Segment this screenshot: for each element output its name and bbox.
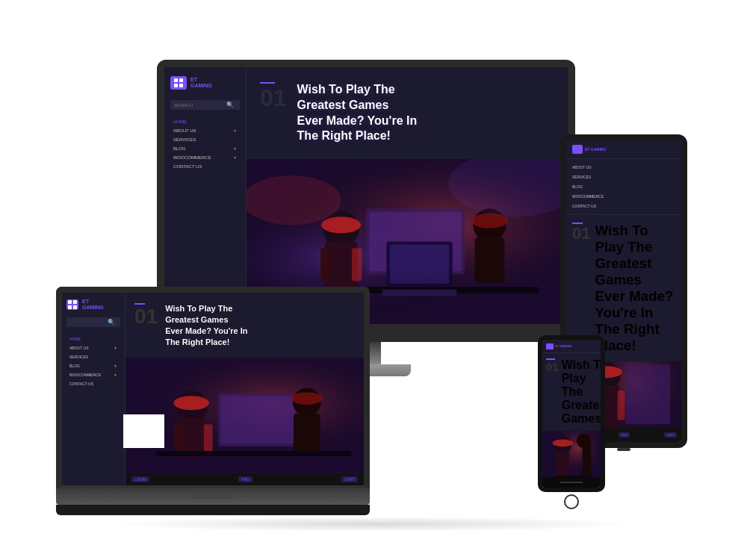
nav-blog[interactable]: BLOG ▼	[170, 144, 240, 153]
laptop-hero-text: Wish To Play The Greatest Games Ever Mad…	[165, 303, 247, 347]
laptop-base	[56, 488, 370, 505]
tablet-pro-btn[interactable]: PRO	[619, 432, 630, 438]
search-icon: 🔍	[226, 102, 234, 108]
monitor-search-input[interactable]	[174, 103, 226, 108]
svg-point-22	[247, 175, 341, 225]
logo-gaming: GAMING	[190, 83, 212, 88]
svg-rect-47	[625, 364, 670, 423]
nav-about[interactable]: ABOUT US ▼	[170, 126, 240, 135]
svg-rect-3	[179, 84, 183, 87]
phone-logo-icon	[546, 343, 554, 349]
phone-slide-line	[546, 358, 555, 360]
monitor-sidebar: ET GAMING 🔍 HOME ABOUT US ▼	[164, 67, 247, 324]
phone-home-indicator	[560, 482, 583, 483]
svg-rect-10	[320, 248, 330, 281]
svg-rect-39	[156, 451, 352, 456]
laptop-logo: ET GAMING	[66, 299, 120, 311]
login-button[interactable]: LOGIN	[131, 476, 149, 482]
nav-woocommerce[interactable]: WOOCOMMERCE ▼	[170, 153, 240, 162]
logo-et: ET	[190, 77, 197, 82]
phone-slide-number: 01	[546, 358, 559, 373]
tablet-nav-about[interactable]: ABOUT US	[572, 164, 675, 171]
monitor-slide-number: 01	[260, 82, 287, 110]
logo-icon	[170, 76, 187, 90]
chevron-down-icon-blog: ▼	[233, 146, 237, 151]
phone-logo-text: ET GAMING	[555, 344, 572, 348]
laptop-nav-home[interactable]: HOME	[66, 335, 120, 343]
white-decorative-square	[123, 414, 164, 448]
laptop-search-input[interactable]	[70, 320, 108, 324]
tablet-cart-btn[interactable]: CART	[664, 432, 677, 438]
svg-rect-35	[220, 396, 295, 444]
chevron-down-icon-woo: ▼	[233, 155, 237, 160]
cart-button[interactable]: CART	[341, 476, 358, 482]
phone-device: ET GAMING 01 Wish To Play The Greatest G…	[538, 335, 605, 511]
svg-rect-54	[583, 443, 592, 477]
laptop-logo-icon	[66, 299, 78, 310]
phone-headline: Wish To Play The Greatest Games	[562, 358, 605, 426]
laptop-logo-text: ET GAMING	[82, 299, 104, 311]
laptop-footer: LOGIN PRO CART	[125, 473, 364, 485]
svg-rect-32	[173, 425, 182, 452]
nav-home[interactable]: HOME	[170, 117, 240, 126]
tablet-nav: ABOUT US SERVICES BLOG WOOCOMMERCE CONTA…	[566, 159, 681, 215]
shadow	[112, 517, 635, 532]
laptop-slide-number: 01	[134, 303, 158, 327]
svg-rect-38	[294, 414, 320, 454]
laptop-nav-woo[interactable]: WOOCOMMERCE ▼	[66, 370, 120, 379]
nav-services[interactable]: SERVICES	[170, 135, 240, 144]
phone-hero: 01 Wish To Play The Greatest Games	[542, 353, 601, 431]
svg-rect-11	[352, 248, 362, 281]
svg-rect-2	[174, 84, 178, 87]
tablet-home-button[interactable]	[617, 448, 630, 451]
logo-text: ET GAMING	[190, 77, 212, 90]
svg-rect-1	[179, 78, 183, 82]
svg-rect-19	[390, 245, 449, 284]
svg-rect-16	[475, 237, 505, 283]
tablet-hero-text: Wish To Play The Greatest Games Ever Mad…	[595, 223, 675, 354]
phone-home-button[interactable]	[564, 494, 579, 509]
slide-number-line	[260, 82, 275, 84]
laptop-hinge	[190, 494, 235, 499]
svg-point-37	[291, 393, 323, 405]
tablet-nav-woo[interactable]: WOOCOMMERCE	[572, 193, 675, 200]
tablet-nav-contact[interactable]: CONTACT US	[572, 202, 675, 210]
svg-rect-33	[204, 425, 213, 452]
phone-gaming-photo	[542, 431, 601, 477]
tablet-nav-blog[interactable]: BLOG	[572, 183, 675, 190]
laptop-nav-blog[interactable]: BLOG ▼	[66, 361, 120, 370]
laptop-sidebar: ET GAMING 🔍 HOME ABOUT US ▼ SERVICES BLO…	[62, 293, 125, 485]
laptop-screen: ET GAMING 🔍 HOME ABOUT US ▼ SERVICES BLO…	[56, 287, 370, 488]
monitor-headline: Wish To Play The Greatest Games Ever Mad…	[297, 82, 418, 144]
svg-rect-46	[618, 391, 625, 420]
tablet-logo: ET GAMING	[572, 145, 606, 154]
monitor-search-bar[interactable]: 🔍	[170, 100, 240, 110]
tablet-nav-services[interactable]: SERVICES	[572, 173, 675, 181]
svg-rect-24	[73, 300, 77, 304]
tablet-slide-number: 01	[572, 223, 590, 242]
laptop-search[interactable]: 🔍	[66, 317, 120, 327]
laptop-main: 01 Wish To Play The Greatest Games Ever …	[125, 293, 364, 485]
phone-screen: ET GAMING 01 Wish To Play The Greatest G…	[538, 335, 605, 492]
svg-point-55	[577, 434, 592, 449]
laptop-nav-about[interactable]: ABOUT US ▼	[66, 343, 120, 352]
svg-rect-53	[557, 452, 570, 477]
monitor-logo: ET GAMING	[170, 76, 240, 90]
chevron-down-icon: ▼	[233, 128, 237, 133]
laptop-nav-services[interactable]: SERVICES	[66, 352, 120, 361]
phone-header: ET GAMING	[542, 340, 601, 353]
laptop-keyboard	[56, 505, 370, 515]
tablet-header: ET GAMING	[566, 140, 681, 159]
svg-point-8	[321, 217, 361, 233]
svg-point-30	[173, 396, 209, 411]
phone-logo: ET GAMING	[546, 343, 572, 349]
svg-rect-26	[73, 305, 77, 309]
laptop-nav-contact[interactable]: CONTACT US	[66, 379, 120, 388]
laptop-hero: 01 Wish To Play The Greatest Games Ever …	[125, 293, 364, 358]
monitor-hero: 01 Wish To Play The Greatest Games Ever …	[247, 67, 568, 159]
nav-contact[interactable]: CONTACT US	[170, 162, 240, 171]
svg-rect-20	[382, 290, 456, 296]
puzzle-icon-laptop	[67, 299, 78, 310]
pro-button[interactable]: PRO	[238, 476, 252, 482]
phone-footer	[542, 477, 601, 488]
